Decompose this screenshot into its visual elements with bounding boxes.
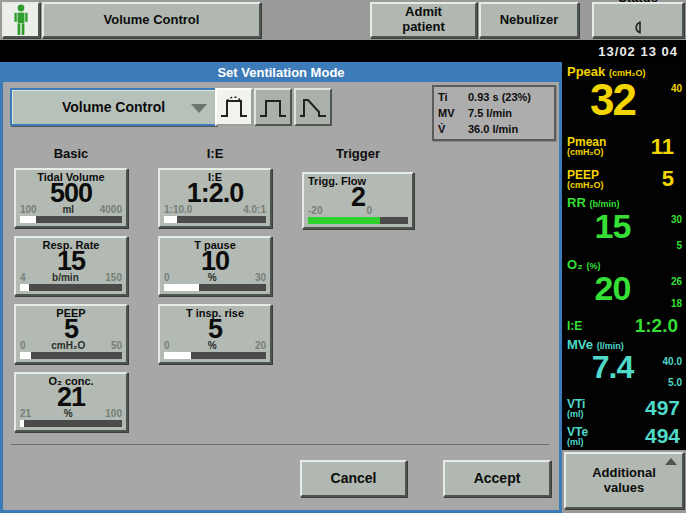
square-wave-icon <box>258 93 288 121</box>
param-unit: cmH₂O <box>51 340 85 351</box>
param-unit: % <box>64 408 73 419</box>
param-max: 30 <box>255 272 266 283</box>
param-value: 21 <box>16 384 126 411</box>
param-max: 150 <box>105 272 122 283</box>
param-t-insp-rise[interactable]: T insp. rise 5 0 % 20 <box>158 304 272 364</box>
column-header-ie: I:E <box>158 146 272 162</box>
param-value: 1:2.0 <box>160 180 270 207</box>
patient-button[interactable] <box>2 2 40 38</box>
alarm-limit-low: 5 <box>676 240 682 251</box>
param-value: 10 <box>160 248 270 275</box>
square-wave-dotted-arc-icon <box>219 93 249 121</box>
param-max: 4000 <box>100 204 122 215</box>
current-mode-button[interactable]: Volume Control <box>42 2 261 38</box>
monitor-label: VTi <box>567 398 645 410</box>
mode-select-dropdown[interactable]: Volume Control <box>10 88 217 126</box>
info-value: 7.5 l/min <box>468 107 550 119</box>
param-t-pause[interactable]: T pause 10 0 % 30 <box>158 236 272 296</box>
monitor-unit: (cmH₂O) <box>567 181 662 190</box>
param-slider <box>20 352 122 359</box>
alarm-limit-low: 18 <box>671 298 682 309</box>
param-value: 15 <box>16 248 126 275</box>
breath-info-box: Ti 0.93 s (23%) MV 7.5 l/min V̇ 36.0 l/m… <box>432 85 556 141</box>
param-min: 4 <box>20 272 26 283</box>
param-unit: ml <box>62 204 74 215</box>
monitor-value: 1:2.0 <box>635 315 684 337</box>
datetime: 13/02 13 04 <box>598 44 686 59</box>
alarm-limit-high: 30 <box>671 214 682 225</box>
info-row-ti: Ti 0.93 s (23%) <box>438 89 550 105</box>
param-peep[interactable]: PEEP 5 0 cmH₂O 50 <box>14 304 128 364</box>
info-label: Ti <box>438 91 468 103</box>
chevron-down-icon <box>191 104 207 113</box>
info-row-flow: V̇ 36.0 l/min <box>438 121 550 137</box>
status-button[interactable]: Status <box>592 2 684 38</box>
info-row-mv: MV 7.5 l/min <box>438 105 550 121</box>
monitor-peep: PEEP(cmH₂O) 5 <box>567 163 684 195</box>
cancel-button[interactable]: Cancel <box>300 460 407 497</box>
monitor-value: 5 <box>662 166 684 192</box>
admit-patient-button[interactable]: Admit patient <box>370 2 477 38</box>
waveform-decelerating-button[interactable] <box>294 88 332 126</box>
param-value: 500 <box>16 180 126 207</box>
decelerating-flow-icon <box>298 93 328 121</box>
monitor-vti: VTi(ml) 497 <box>567 394 684 422</box>
monitor-value: 11 <box>651 134 684 160</box>
param-min: 0 <box>20 340 26 351</box>
accept-button[interactable]: Accept <box>443 460 551 497</box>
waveform-square-arc-button[interactable] <box>215 88 253 126</box>
param-value: 5 <box>16 316 126 343</box>
monitor-value: 15 <box>567 210 658 257</box>
monitor-mve: MVe (l/min) 7.4 40.05.0 <box>567 337 684 395</box>
monitor-rr: RR (b/min) 15 305 <box>567 195 684 257</box>
param-min: 0 <box>164 340 170 351</box>
alarm-limit-high: 40.0 <box>663 356 682 367</box>
additional-values-label: Additional values <box>592 466 656 496</box>
param-tidal-volume[interactable]: Tidal Volume 500 100 ml 4000 <box>14 168 128 228</box>
param-slider <box>20 216 122 223</box>
param-resp-rate[interactable]: Resp. Rate 15 4 b/min 150 <box>14 236 128 296</box>
monitor-o2: O₂ (%) 20 2618 <box>567 257 684 315</box>
monitor-label: MVe <box>567 337 593 352</box>
param-slider <box>164 352 266 359</box>
monitor-value: 20 <box>567 272 658 315</box>
alarm-limit-high: 26 <box>671 276 682 287</box>
monitor-label: O₂ <box>567 257 583 272</box>
monitor-unit: (cmH₂O) <box>567 148 651 157</box>
param-max: 100 <box>105 408 122 419</box>
param-ie-ratio[interactable]: I:E 1:2.0 1:10.0 4.0:1 <box>158 168 272 228</box>
alarm-limit-high: 40 <box>671 83 682 94</box>
monitor-panel: Ppeak (cmH₂O) 32 40 Pmean(cmH₂O) 11 PEEP… <box>562 62 686 450</box>
waveform-square-button[interactable] <box>254 88 292 126</box>
param-slider <box>20 284 122 291</box>
param-min: 21 <box>20 408 31 419</box>
monitor-unit: (ml) <box>567 410 645 419</box>
monitor-vte: VTe(ml) 494 <box>567 422 684 450</box>
mode-select-value: Volume Control <box>62 99 165 115</box>
monitor-value: 494 <box>645 424 684 448</box>
additional-values-button[interactable]: Additional values <box>564 452 684 509</box>
column-header-basic: Basic <box>14 146 128 162</box>
param-slider <box>164 216 266 223</box>
chevron-up-icon <box>665 458 677 465</box>
ventilator-screen: Volume Control Admit patient Nebulizer S… <box>0 0 686 513</box>
monitor-pmean: Pmean(cmH₂O) 11 <box>567 130 684 164</box>
param-slider <box>308 217 408 224</box>
param-trigg-flow[interactable]: Trigg. Flow 2 -20 0 <box>302 172 414 229</box>
monitor-value: 32 <box>567 79 658 130</box>
set-ventilation-mode-dialog: Set Ventilation Mode Volume Control <box>0 62 562 513</box>
param-min: -20 <box>308 205 322 216</box>
clock-strip: 13/02 13 04 <box>0 40 686 62</box>
param-slider <box>164 284 266 291</box>
monitor-value: 497 <box>645 396 684 420</box>
alarm-limit-low: 5.0 <box>668 377 682 388</box>
dialog-title: Set Ventilation Mode <box>3 62 559 82</box>
param-o2-conc[interactable]: O₂ conc. 21 21 % 100 <box>14 372 128 432</box>
param-min: 0 <box>164 272 170 283</box>
info-value: 36.0 l/min <box>468 123 550 135</box>
nebulizer-button[interactable]: Nebulizer <box>479 2 579 38</box>
monitor-ppeak: Ppeak (cmH₂O) 32 40 <box>567 64 684 130</box>
param-max: 4.0:1 <box>243 204 266 215</box>
top-bar: Volume Control Admit patient Nebulizer S… <box>0 0 686 40</box>
monitor-label: VTe <box>567 426 645 438</box>
